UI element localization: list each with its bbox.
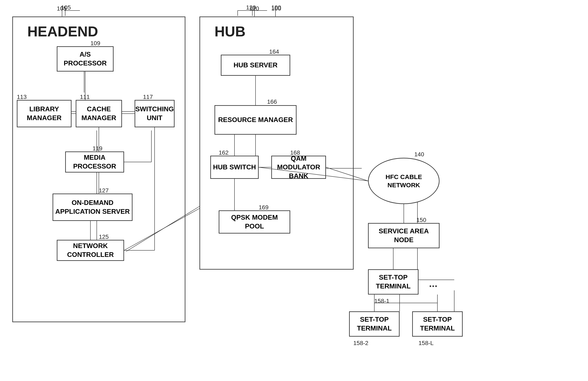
ref-119: 119	[93, 145, 103, 152]
as-processor-box: A/S PROCESSOR	[57, 46, 114, 71]
cache-manager-box: CACHE MANAGER	[76, 100, 122, 127]
switching-unit-label: SWITCHING UNIT	[135, 105, 174, 122]
media-processor-label: MEDIA PROCESSOR	[67, 153, 122, 171]
ref-117: 117	[143, 94, 153, 100]
ref-105-top: 105	[57, 5, 67, 12]
svg-line-34	[326, 167, 368, 181]
switching-unit-box: SWITCHING UNIT	[135, 100, 175, 127]
set-top-terminal-1-label: SET-TOP TERMINAL	[370, 273, 416, 291]
ref-140: 140	[414, 151, 424, 158]
hub-switch-label: HUB SWITCH	[213, 163, 256, 172]
ref-125: 125	[99, 233, 109, 240]
hfc-network-oval: HFC CABLE NETWORK	[368, 158, 440, 204]
library-manager-label: LIBRARY MANAGER	[19, 105, 69, 122]
ref-150: 150	[416, 217, 426, 223]
library-manager-box: LIBRARY MANAGER	[17, 100, 71, 127]
ref-111: 111	[80, 94, 90, 100]
dots-label: ...	[429, 278, 438, 289]
network-controller-box: NETWORK CONTROLLER	[57, 240, 124, 261]
set-top-terminal-L-label: SET-TOP TERMINAL	[415, 315, 460, 333]
ref-164: 164	[269, 48, 279, 55]
diagram: 105 120 100 HEADEND HUB A/S PROCESSOR 10…	[0, 0, 588, 381]
ref-168: 168	[290, 149, 300, 156]
hfc-network-label: HFC CABLE NETWORK	[370, 173, 437, 189]
ref-113: 113	[17, 94, 27, 100]
set-top-terminal-L-box: SET-TOP TERMINAL	[412, 311, 463, 337]
ref-158-2: 158-2	[353, 340, 368, 346]
headend-label: HEADEND	[27, 23, 98, 40]
ref-100-top: 100	[271, 5, 281, 12]
qam-modulator-box: QAM MODULATOR BANK	[271, 156, 326, 179]
resource-manager-label: RESOURCE MANAGER	[218, 115, 293, 124]
network-controller-label: NETWORK CONTROLLER	[59, 241, 122, 259]
ref-166: 166	[267, 98, 277, 105]
ref-109: 109	[90, 40, 100, 47]
service-area-node-label: SERVICE AREA NODE	[370, 227, 437, 244]
qpsk-modem-box: QPSK MODEM POOL	[219, 210, 290, 233]
qam-modulator-label: QAM MODULATOR BANK	[273, 154, 324, 181]
as-processor-label: A/S PROCESSOR	[59, 50, 111, 67]
on-demand-server-label: ON-DEMAND APPLICATION SERVER	[55, 198, 130, 216]
ref-162: 162	[219, 149, 229, 156]
svg-line-12	[126, 206, 200, 251]
hub-switch-box: HUB SWITCH	[210, 156, 259, 179]
set-top-terminal-1-box: SET-TOP TERMINAL	[368, 269, 419, 295]
service-area-node-box: SERVICE AREA NODE	[368, 223, 440, 248]
svg-line-52	[124, 208, 200, 250]
ref-158-L: 158-L	[419, 340, 434, 346]
set-top-terminal-2-box: SET-TOP TERMINAL	[349, 311, 399, 337]
resource-manager-box: RESOURCE MANAGER	[214, 105, 296, 135]
ref-120-top: 120	[249, 5, 259, 12]
media-processor-box: MEDIA PROCESSOR	[65, 151, 124, 172]
cache-manager-label: CACHE MANAGER	[78, 105, 120, 122]
ref-169: 169	[259, 204, 269, 211]
hub-server-box: HUB SERVER	[221, 55, 290, 76]
qpsk-modem-label: QPSK MODEM POOL	[221, 213, 288, 231]
hub-label: HUB	[214, 23, 245, 40]
hub-server-label: HUB SERVER	[233, 61, 277, 70]
ref-127: 127	[99, 187, 109, 194]
ref-158-1: 158-1	[374, 298, 389, 304]
set-top-terminal-2-label: SET-TOP TERMINAL	[351, 315, 397, 333]
on-demand-server-box: ON-DEMAND APPLICATION SERVER	[53, 193, 132, 221]
